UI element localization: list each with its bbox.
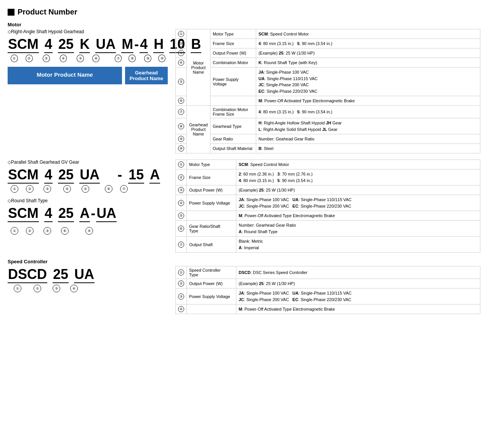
round-shaft-diamond-label: ◇Round Shaft Type xyxy=(8,198,168,203)
parallel-diamond-label: ◇Parallel Shaft Gearhead GV Gear xyxy=(8,160,168,165)
code-k: K xyxy=(79,36,90,53)
table-row: ① Speed ControllerType DSCD: DSC Series … xyxy=(176,266,480,279)
num-9: ⑨ xyxy=(144,55,151,62)
field-cell: Output Power (W) xyxy=(210,48,256,58)
table-row: ⑥ M: Power-Off Activated Type Electromag… xyxy=(176,96,480,106)
parallel-left: ◇Parallel Shaft Gearhead GV Gear SCM 4 2… xyxy=(8,160,168,253)
table-row: ② Frame Size 4: 80 mm (3.15 in.) 5: 90 m… xyxy=(176,39,480,48)
scn-4: ④ xyxy=(70,285,78,292)
num-1: ① xyxy=(11,55,18,62)
circle-cell: ⑤ xyxy=(176,68,187,96)
field-cell: Output Shaft Material xyxy=(210,144,256,153)
p-code-dash: - xyxy=(117,166,123,184)
parallel-section: ◇Parallel Shaft Gearhead GV Gear SCM 4 2… xyxy=(8,160,480,253)
table-row: ⑦ GearheadProductName Combination MotorF… xyxy=(176,106,480,118)
field-cell: Output Power (W) xyxy=(187,279,236,288)
parallel-code: SCM 4 25 UA - 15 A xyxy=(8,166,168,184)
value-cell: 4: 80 mm (3.15 in.) 5: 90 mm (3.54 in.) xyxy=(256,39,480,48)
speed-controller-section: DSCD 25 UA ① ② ③ ④ ① Speed ControllerTyp… xyxy=(8,266,480,314)
field-cell: Motor Type xyxy=(187,160,236,169)
value-cell: K: Round Shaft Type (with Key) xyxy=(256,58,480,68)
table-row: ⑨ Gear Ratio Number: Geahead Gear Ratio xyxy=(176,134,480,144)
field-cell: Frame Size xyxy=(210,39,256,48)
motor-product-name-box: Motor Product Name xyxy=(8,67,122,84)
value-cell: Blank: MetricA: Imperial xyxy=(236,237,480,253)
code-space4 xyxy=(90,36,95,53)
field-cell: Combination MotorFrame Size xyxy=(210,106,256,118)
value-cell: 2: 60 mm (2.36 in.) 3: 70 mm (2.76 in.)4… xyxy=(236,169,480,185)
table-row: ③ Power Supply Voltage JA: Single-Phase … xyxy=(176,288,480,305)
num-spacer xyxy=(106,56,108,61)
value-cell: H: Right-Angle Hollow Shaft Hypoid JH Ge… xyxy=(256,118,480,134)
circle-cell: ⑤ xyxy=(176,211,187,221)
field-cell xyxy=(187,305,236,314)
code-dash1: - xyxy=(133,36,140,53)
field-cell: Frame Size xyxy=(187,169,236,185)
circle-cell: ④ xyxy=(176,195,187,211)
r-code-25: 25 xyxy=(58,205,74,222)
num-4: ④ xyxy=(60,55,67,62)
right-angle-table-container: ① MotorProductName Motor Type SCM: Speed… xyxy=(175,29,480,153)
circle-cell: ⑨ xyxy=(176,134,187,144)
num-6: ⑥ xyxy=(92,55,100,62)
sc-code-ua: UA xyxy=(74,266,95,283)
title-text: Product Number xyxy=(18,8,77,16)
circle-cell: ① xyxy=(176,29,187,39)
table-row: ⑥ Gear Ratio/ShaftType Number: Gearhead … xyxy=(176,221,480,237)
circle-cell: ④ xyxy=(176,58,187,68)
num-2: ② xyxy=(26,55,33,62)
field-cell: Output Power (W) xyxy=(187,185,236,195)
code-scm: SCM xyxy=(8,36,39,53)
code-25: 25 xyxy=(58,36,74,53)
code-space5 xyxy=(116,36,121,53)
speed-controller-numbers: ① ② ③ ④ xyxy=(8,285,168,292)
field-cell: Power Supply Voltage xyxy=(187,195,236,211)
value-cell: DSCD: DSC Series Speed Controller xyxy=(236,266,480,279)
field-cell: Motor Type xyxy=(210,29,256,39)
field-cell: Power Supply Voltage xyxy=(210,68,256,96)
pn-7: ⑦ xyxy=(120,185,128,193)
field-cell: Gear Ratio/ShaftType xyxy=(187,221,236,237)
code-ua: UA xyxy=(95,36,116,53)
p-code-scm: SCM xyxy=(8,166,39,184)
right-angle-spec-table: ① MotorProductName Motor Type SCM: Speed… xyxy=(175,29,480,153)
circle-cell: ③ xyxy=(176,48,187,58)
code-space1 xyxy=(39,36,44,53)
p-code-4: 4 xyxy=(44,166,53,184)
table-row: ⑤ M: Power-Off Activated Type Electromag… xyxy=(176,211,480,221)
pn-spacer2 xyxy=(95,186,98,192)
table-row: ⑩ Output Shaft Material B: Steel xyxy=(176,144,480,153)
value-cell: M: Power-Off Activated Type Electromagne… xyxy=(236,305,480,314)
right-angle-left: ◇Right-Angle Shaft Hypoid Gearhead SCM 4… xyxy=(8,29,168,153)
main-title: Product Number xyxy=(8,8,480,16)
pn-4: ④ xyxy=(63,185,71,193)
field-cell: Gear Ratio xyxy=(210,134,256,144)
table-row: ② Output Power (W) (Example) 25: 25 W (1… xyxy=(176,279,480,288)
rn-1: ① xyxy=(11,227,18,235)
r-code-4: 4 xyxy=(44,205,53,222)
value-cell: JA: Single-Phase 100 VACUA: Single-Phase… xyxy=(256,68,480,96)
round-shaft-code: SCM 4 25 A - UA xyxy=(8,205,168,222)
speed-controller-code: DSCD 25 UA xyxy=(8,266,168,283)
pn-3: ③ xyxy=(43,185,51,193)
pn-5: ⑤ xyxy=(82,185,89,193)
code-space7 xyxy=(164,36,169,53)
code-4: 4 xyxy=(44,36,53,53)
rn-4: ④ xyxy=(85,227,93,235)
r-code-scm: SCM xyxy=(8,205,39,222)
speed-controller-section-label: Speed Controller xyxy=(8,259,480,264)
r-code-dash: - xyxy=(90,205,96,222)
pn-6: ⑥ xyxy=(105,185,112,193)
circle-cell: ⑥ xyxy=(176,96,187,106)
circle-cell: ④ xyxy=(176,305,187,314)
speed-controller-left: DSCD 25 UA ① ② ③ ④ xyxy=(8,266,168,314)
parallel-numbers: ① ② ③ ④ ⑤ ⑥ ⑦ xyxy=(8,185,168,193)
r-code-ua: UA xyxy=(96,205,117,222)
p-code-25: 25 xyxy=(58,166,74,184)
field-cell: Gearhead Type xyxy=(210,118,256,134)
name-boxes: Motor Product Name GearheadProduct Name xyxy=(8,67,168,84)
parallel-spec-table: ① Motor Type SCM: Speed Control Motor ② … xyxy=(175,160,480,253)
scn-1: ① xyxy=(14,285,21,292)
code-m: M xyxy=(121,36,133,53)
field-cell: Output Shaft xyxy=(187,237,236,253)
